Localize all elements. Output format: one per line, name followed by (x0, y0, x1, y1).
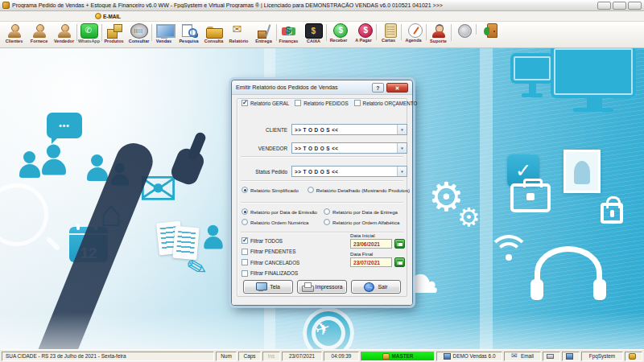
radio-option[interactable]: Relatório Simplificado (242, 187, 299, 193)
toolbar-item[interactable]: Clientes (2, 23, 27, 43)
toolbar-item[interactable]: Cartas (376, 23, 401, 43)
dialog-button[interactable]: Sair (351, 280, 401, 294)
filter-checkbox[interactable]: Filtrar CANCELADOS (242, 259, 299, 265)
person-icon (6, 23, 23, 39)
toolbar-item[interactable]: CAIXA (301, 23, 326, 43)
toolbar-item[interactable] (476, 23, 501, 38)
toolbar-item[interactable]: Suporte (426, 23, 451, 43)
dialog-button[interactable]: Impressora (297, 280, 347, 294)
toolbar-item-label: Entrega (255, 39, 271, 43)
app-icon (2, 2, 10, 9)
status-segment[interactable]: Email (504, 352, 541, 361)
dropdown-value: >> T O D O S << (292, 169, 397, 175)
detail-radio-group: Relatório SimplificadoRelatório Detalhad… (242, 187, 410, 193)
pencil-icon: ✎ (184, 253, 210, 282)
dialog-body: Relatório GERALRelatório PEDIDOSRelatóri… (232, 95, 412, 305)
status-segment: Caps (238, 352, 261, 361)
minikey-icon (629, 353, 636, 360)
status-segment: Ins (262, 352, 280, 361)
status-segment[interactable] (562, 352, 580, 361)
toolbar-item[interactable]: Receber (326, 23, 351, 43)
window-control-button[interactable] (597, 2, 611, 10)
toolbar-item[interactable]: Finanças (276, 23, 301, 43)
toolbar-item[interactable]: A Pagar (351, 23, 376, 43)
report-type-checkbox[interactable]: Relatório ORÇAMENTO (354, 100, 418, 106)
toolbar-item[interactable]: Entrega (251, 23, 276, 43)
chevron-down-icon[interactable]: ▼ (397, 143, 407, 153)
toolbar-item[interactable] (451, 23, 476, 37)
status-text: 04:09:39 (332, 353, 352, 359)
status-text: MASTER (392, 353, 414, 359)
dropdown-value: >> T O D O S << (292, 127, 397, 133)
window-title: Programa Pedido de Vendas + Estoque & Fi… (12, 2, 595, 8)
dialog-button[interactable]: Tela (243, 280, 293, 294)
toolbar-item[interactable]: Fornece (27, 23, 52, 43)
toolbar-item-label: Agenda (405, 38, 421, 43)
menu-item-email[interactable]: E-MAIL (92, 13, 124, 19)
toolbar-item[interactable]: Agenda (401, 23, 426, 43)
status-text: 23/07/2021 (289, 353, 315, 359)
toolbar-item[interactable]: Produtos (101, 23, 126, 43)
radio-label: Relatório por Data de Emissão (250, 209, 317, 215)
checkbox-icon (295, 100, 301, 106)
dialog-title: Emitir Relatório dos Pedidos de Vendas (236, 84, 369, 91)
status-segment[interactable] (543, 352, 560, 361)
select-row: Status Pedido >> T O D O S << ▼ (238, 166, 407, 177)
radio-icon (324, 219, 330, 225)
report-type-checkbox[interactable]: Relatório GERAL (242, 100, 289, 106)
radio-option[interactable]: Relatório por Ordem Alfabética (324, 219, 399, 225)
radio-label: Relatório Simplificado (250, 187, 299, 193)
chevron-down-icon[interactable]: ▼ (397, 167, 407, 176)
window-control-button[interactable] (613, 2, 626, 10)
report-type-checkbox[interactable]: Relatório PEDIDOS (295, 100, 348, 106)
end-date-field[interactable]: 23/07/2021 (350, 257, 392, 267)
chevron-down-icon[interactable]: ▼ (397, 125, 407, 134)
radio-option[interactable]: Relatório por Data de Emissão (242, 208, 321, 215)
toolbar-item[interactable]: WhatsApp (76, 23, 101, 43)
end-calendar-button[interactable] (394, 257, 405, 267)
dropdown[interactable]: >> T O D O S << ▼ (291, 124, 407, 135)
filter-checkbox[interactable]: Filtrar FINALIZADOS (242, 270, 299, 277)
filter-checkbox[interactable]: Filtrar TODOS (242, 237, 299, 244)
checkbox-label: Filtrar CANCELADOS (250, 260, 299, 265)
money-icon (280, 23, 298, 39)
toolbar-item-label: Pesquisa (179, 39, 198, 43)
filter-checkbox[interactable]: Filtrar PENDENTES (242, 249, 299, 255)
toolbar-item-label: Produtos (104, 39, 123, 43)
status-text: Num (221, 353, 232, 359)
toolbar-item[interactable]: Consultar (126, 23, 151, 43)
select-row: VENDEDOR >> T O D O S << ▼ (238, 142, 407, 154)
toolbar-item[interactable]: Vendedor (52, 23, 76, 43)
order-radio-group: Relatório por Data de EmissãoRelatório p… (242, 208, 399, 225)
toolbar-item[interactable]: Pesquisa (176, 23, 201, 43)
start-date-field[interactable]: 23/06/2021 (350, 239, 392, 249)
toolbar-item-label: Fornece (31, 39, 47, 43)
dialog-help-button[interactable]: ? (372, 83, 384, 93)
minimail-icon (511, 353, 518, 360)
dropdown[interactable]: >> T O D O S << ▼ (291, 166, 407, 177)
toolbar-item-label: A Pagar (355, 38, 372, 43)
radio-option[interactable]: Relatório Ordem Numérica (242, 219, 321, 225)
radio-option[interactable]: Relatório Detalhado (Mostrando Produtos) (308, 187, 410, 193)
door-icon (487, 23, 497, 38)
divider (241, 180, 403, 182)
dialog-close-button[interactable]: ✕ (386, 83, 408, 93)
checkbox-label: Filtrar PENDENTES (250, 249, 295, 254)
button-label: Sair (378, 284, 387, 290)
window-control-button[interactable] (628, 2, 642, 10)
checkbox-icon (354, 100, 361, 106)
start-calendar-button[interactable] (394, 239, 405, 249)
dropdown[interactable]: >> T O D O S << ▼ (291, 142, 407, 154)
select-label: Status Pedido (238, 169, 287, 175)
toolbar-item[interactable]: Consulta (201, 23, 226, 43)
toolbar-item-label: Consulta (204, 39, 224, 43)
toolbar-item[interactable]: Vendas (151, 23, 176, 43)
background-band (0, 312, 644, 349)
magnifier-icon (0, 183, 48, 246)
end-date-label: Data Final (350, 251, 405, 257)
radio-option[interactable]: Relatório por Data de Entrega (324, 208, 399, 215)
coin-red-icon (358, 23, 373, 38)
toolbar-item[interactable]: Relatório (226, 23, 251, 43)
radio-label: Relatório Ordem Numérica (250, 220, 308, 225)
workspace: ••• ✉ ⌂ 12 ✎ ✓ ⚙ ⚙ ☁ Emitir Relatório do… (0, 48, 644, 349)
